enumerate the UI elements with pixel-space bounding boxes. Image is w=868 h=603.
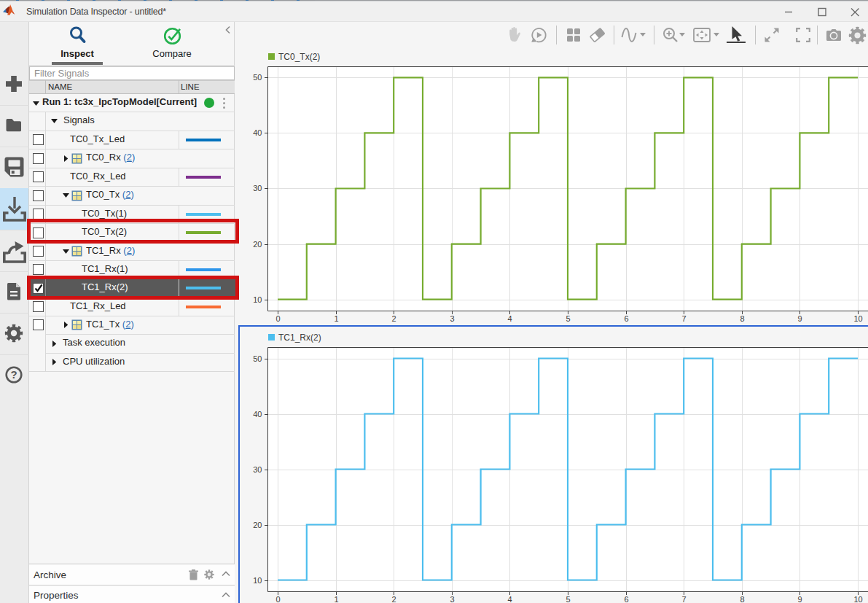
svg-text:8: 8 <box>740 314 744 323</box>
svg-text:50: 50 <box>253 73 262 82</box>
svg-text:3: 3 <box>450 314 454 323</box>
svg-text:5: 5 <box>566 314 570 323</box>
svg-text:4: 4 <box>507 314 512 323</box>
svg-text:9: 9 <box>797 314 802 323</box>
svg-text:20: 20 <box>253 240 262 249</box>
svg-text:10: 10 <box>253 295 262 304</box>
svg-text:0: 0 <box>275 314 280 323</box>
svg-text:1: 1 <box>334 314 338 323</box>
svg-text:10: 10 <box>853 314 862 323</box>
svg-text:6: 6 <box>624 314 628 323</box>
svg-text:40: 40 <box>253 128 262 137</box>
svg-text:2: 2 <box>391 314 396 323</box>
svg-text:30: 30 <box>253 184 262 192</box>
svg-text:7: 7 <box>681 314 686 323</box>
svg-text:?: ? <box>10 368 17 381</box>
